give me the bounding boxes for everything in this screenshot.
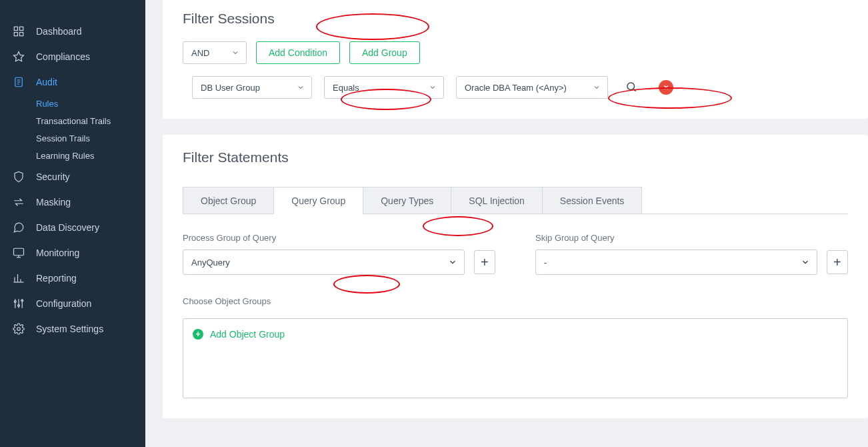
svg-point-21 <box>17 328 21 331</box>
sidebar-sub-label: Rules <box>36 99 58 109</box>
sidebar-sub-learning-rules[interactable]: Learning Rules <box>0 147 145 164</box>
section-title-filter-statements: Filter Statements <box>183 149 289 165</box>
sidebar-item-label: Dashboard <box>36 26 82 37</box>
grid-icon <box>12 25 25 38</box>
sidebar-sub-session-trails[interactable]: Session Trails <box>0 129 145 147</box>
main-content: Filter Sessions AND Add Condition Add Gr… <box>145 0 868 447</box>
tab-label: Query Group <box>291 195 345 206</box>
add-group-label: Add Group <box>362 47 407 58</box>
svg-rect-3 <box>20 33 23 36</box>
sidebar-item-reporting[interactable]: Reporting <box>0 266 145 291</box>
clipboard-icon <box>12 75 25 89</box>
sidebar-item-label: Audit <box>36 77 57 87</box>
add-group-button[interactable]: Add Group <box>349 41 420 64</box>
gear-icon <box>12 322 25 336</box>
tabs: Object Group Query Group Query Types SQL… <box>183 187 848 214</box>
sidebar-item-monitoring[interactable]: Monitoring <box>0 240 145 266</box>
delete-condition-button[interactable] <box>655 76 677 99</box>
add-condition-button[interactable]: Add Condition <box>256 41 340 64</box>
add-condition-label: Add Condition <box>269 47 327 58</box>
tab-label: Query Types <box>381 195 433 206</box>
sidebar-sub-label: Transactional Trails <box>36 116 111 126</box>
condition-field-value: DB User Group <box>201 83 260 93</box>
condition-field-select[interactable]: DB User Group <box>192 76 312 99</box>
sidebar-item-label: Reporting <box>36 273 77 284</box>
skip-group-col: Skip Group of Query - + <box>535 233 848 275</box>
close-icon <box>659 80 673 95</box>
sidebar-item-label: System Settings <box>36 324 103 334</box>
object-groups-box: + Add Object Group <box>183 318 848 398</box>
add-skip-group-button[interactable]: + <box>827 250 848 274</box>
search-button[interactable] <box>620 76 643 99</box>
add-object-group-link[interactable]: + Add Object Group <box>193 329 285 340</box>
plus-circle-icon: + <box>193 329 203 340</box>
process-group-value: AnyQuery <box>191 258 230 268</box>
tab-sql-injection[interactable]: SQL Injection <box>451 187 543 213</box>
tab-label: Session Events <box>560 195 625 206</box>
plus-icon: + <box>481 255 489 270</box>
sidebar: Dashboard Compliances Audit Rules Transa… <box>0 0 145 447</box>
skip-group-label: Skip Group of Query <box>535 233 848 243</box>
svg-point-22 <box>627 83 635 90</box>
swap-icon <box>12 195 25 209</box>
condition-row: DB User Group Equals Oracle DBA Team (<A… <box>192 76 848 99</box>
svg-rect-1 <box>20 27 23 30</box>
logic-select[interactable]: AND <box>183 41 247 64</box>
panel-filter-statements: Filter Statements Object Group Query Gro… <box>163 135 868 418</box>
sidebar-item-label: Compliances <box>36 51 90 62</box>
condition-value-text: Oracle DBA Team (<Any>) <box>465 83 567 93</box>
sidebar-sub-rules[interactable]: Rules <box>0 95 145 112</box>
svg-marker-4 <box>14 52 24 61</box>
sidebar-item-label: Masking <box>36 197 71 207</box>
chevron-down-icon <box>801 258 810 267</box>
add-object-group-label: Add Object Group <box>210 329 285 340</box>
star-icon <box>12 50 25 63</box>
sidebar-item-data-discovery[interactable]: Data Discovery <box>0 215 145 240</box>
sidebar-item-compliances[interactable]: Compliances <box>0 44 145 69</box>
svg-rect-2 <box>14 33 17 36</box>
sidebar-item-label: Security <box>36 171 70 182</box>
tab-query-types[interactable]: Query Types <box>363 187 451 213</box>
svg-rect-0 <box>14 27 17 30</box>
chevron-down-icon <box>448 258 457 267</box>
shield-icon <box>12 170 25 183</box>
sidebar-sub-label: Learning Rules <box>36 151 94 161</box>
sidebar-item-system-settings[interactable]: System Settings <box>0 316 145 342</box>
skip-group-select[interactable]: - <box>535 250 817 275</box>
sidebar-item-label: Data Discovery <box>36 222 99 233</box>
sidebar-item-security[interactable]: Security <box>0 164 145 189</box>
plus-icon: + <box>833 255 841 270</box>
tab-label: SQL Injection <box>469 195 525 206</box>
choose-object-groups-section: Choose Object Groups + Add Object Group <box>183 296 848 398</box>
sidebar-item-masking[interactable]: Masking <box>0 189 145 215</box>
sidebar-sub-label: Session Trails <box>36 133 90 143</box>
search-icon <box>625 81 637 95</box>
tab-session-events[interactable]: Session Events <box>542 187 643 213</box>
choose-object-groups-label: Choose Object Groups <box>183 296 848 306</box>
condition-value-select[interactable]: Oracle DBA Team (<Any>) <box>456 76 608 99</box>
sidebar-sub-transactional-trails[interactable]: Transactional Trails <box>0 112 145 129</box>
sidebar-item-audit[interactable]: Audit <box>0 69 145 95</box>
chevron-down-icon <box>231 49 239 57</box>
tab-query-group[interactable]: Query Group <box>273 187 363 213</box>
process-group-col: Process Group of Query AnyQuery + <box>183 233 495 275</box>
process-group-select[interactable]: AnyQuery <box>183 250 465 275</box>
process-group-label: Process Group of Query <box>183 233 495 243</box>
sliders-icon <box>12 297 25 310</box>
chevron-down-icon <box>593 83 601 91</box>
tab-object-group[interactable]: Object Group <box>183 187 274 213</box>
svg-rect-9 <box>14 248 24 256</box>
add-process-group-button[interactable]: + <box>474 250 495 274</box>
panel-filter-sessions: Filter Sessions AND Add Condition Add Gr… <box>163 0 868 119</box>
chevron-down-icon <box>297 83 305 91</box>
logic-select-value: AND <box>191 48 209 58</box>
svg-line-23 <box>633 89 635 91</box>
section-title-filter-sessions: Filter Sessions <box>183 11 275 27</box>
chevron-down-icon <box>429 83 437 91</box>
tab-label: Object Group <box>201 195 256 206</box>
condition-operator-select[interactable]: Equals <box>324 76 444 99</box>
sidebar-item-dashboard[interactable]: Dashboard <box>0 19 145 44</box>
sidebar-item-configuration[interactable]: Configuration <box>0 291 145 316</box>
chat-icon <box>12 221 25 234</box>
sidebar-item-label: Configuration <box>36 298 91 309</box>
